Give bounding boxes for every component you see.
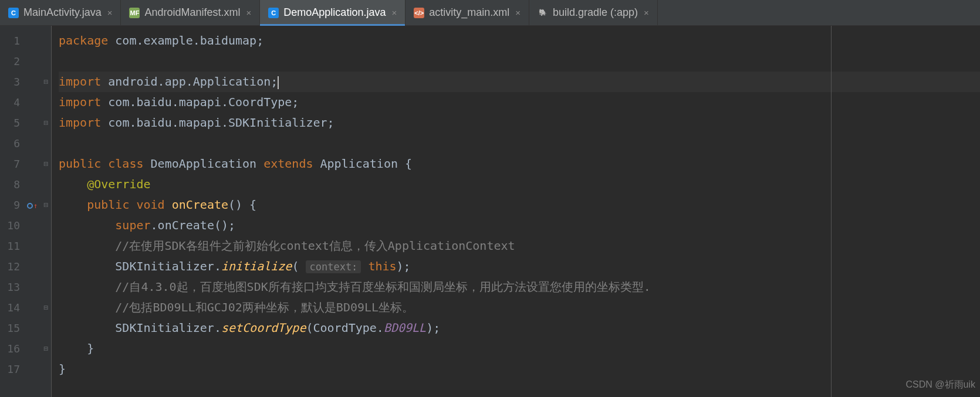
code-line-12[interactable]: SDKInitializer.initialize( context: this…	[59, 256, 980, 277]
line-number[interactable]: 15	[0, 318, 20, 338]
method-call: setCoordType	[221, 321, 306, 335]
editor-tab-3[interactable]: </>activity_main.xml×	[405, 0, 529, 25]
line-number[interactable]: 10	[0, 215, 20, 236]
code-line-2[interactable]	[59, 51, 980, 72]
fold-toggle[interactable]: ⊟	[41, 72, 51, 92]
code-area[interactable]: package com.example.baidumap; import and…	[52, 26, 980, 397]
code-line-8[interactable]: @Override	[59, 174, 980, 195]
qualifier: SDKInitializer.	[115, 259, 221, 273]
tab-label: DemoApplication.java	[283, 6, 386, 19]
code-line-10[interactable]: super.onCreate();	[59, 215, 980, 236]
tab-label: MainActivity.java	[23, 6, 102, 19]
code-line-14[interactable]: //包括BD09LL和GCJ02两种坐标，默认是BD09LL坐标。	[59, 297, 980, 318]
fold-gutter-row	[41, 236, 51, 256]
fold-toggle[interactable]: ⊟	[41, 154, 51, 174]
line-number[interactable]: 16	[0, 338, 20, 359]
fold-gutter-row	[41, 92, 51, 113]
code-line-15[interactable]: SDKInitializer.setCoordType(CoordType.BD…	[59, 318, 980, 338]
gutter-annotation-row	[23, 318, 41, 338]
line-number[interactable]: 2	[0, 51, 20, 72]
superclass: Application {	[320, 157, 413, 171]
fold-gutter-row	[41, 133, 51, 154]
method-call: initialize	[221, 259, 292, 273]
line-number[interactable]: 6	[0, 133, 20, 154]
method-name: onCreate	[172, 198, 228, 212]
class-name: DemoApplication	[151, 157, 264, 171]
code-line-13[interactable]: //自4.3.0起，百度地图SDK所有接口均支持百度坐标和国测局坐标，用此方法设…	[59, 277, 980, 297]
code-line-11[interactable]: //在使用SDK各组件之前初始化context信息，传入ApplicationC…	[59, 236, 980, 256]
file-type-icon: 🐘	[538, 8, 548, 18]
fold-toggle[interactable]: ⊟	[41, 113, 51, 133]
fold-toggle[interactable]: ⊟	[41, 297, 51, 318]
code-line-3[interactable]: import android.app.Application;	[59, 72, 980, 92]
code-line-7[interactable]: public class DemoApplication extends App…	[59, 154, 980, 174]
editor-tab-4[interactable]: 🐘build.gradle (:app)×	[529, 0, 658, 25]
editor-tab-1[interactable]: MFAndroidManifest.xml×	[121, 0, 260, 25]
package-name: com.example.baidumap;	[115, 33, 263, 47]
paren: (	[292, 259, 306, 273]
gutter-annotation-row	[23, 30, 41, 51]
file-type-icon: C	[268, 8, 279, 18]
line-number[interactable]: 9	[0, 195, 20, 215]
line-number[interactable]: 3	[0, 72, 20, 92]
gutter-annotation-row	[23, 51, 41, 72]
line-number[interactable]: 5	[0, 113, 20, 133]
line-number[interactable]: 14	[0, 297, 20, 318]
gutter-annotation-row	[23, 236, 41, 256]
keyword-import: import	[59, 95, 108, 109]
fold-gutter-row	[41, 318, 51, 338]
editor-tab-2[interactable]: CDemoApplication.java×	[260, 0, 405, 25]
brace-close: }	[87, 341, 94, 355]
close-icon[interactable]: ×	[644, 8, 649, 18]
line-number[interactable]: 4	[0, 92, 20, 113]
paren: (CoordType.	[306, 321, 383, 335]
editor-tab-0[interactable]: CMainActivity.java×	[0, 0, 121, 25]
file-type-icon: MF	[129, 8, 140, 18]
code-line-5[interactable]: import com.baidu.mapapi.SDKInitializer;	[59, 113, 980, 133]
line-number[interactable]: 8	[0, 174, 20, 195]
line-number[interactable]: 13	[0, 277, 20, 297]
gutter-annotation-row	[23, 297, 41, 318]
override-gutter-icon[interactable]: ↑	[23, 195, 41, 215]
line-number-gutter: 1234567891011121314151617	[0, 26, 23, 397]
keyword-extends: extends	[263, 157, 320, 171]
gutter-annotation-row	[23, 256, 41, 277]
file-type-icon: </>	[414, 8, 424, 18]
line-number[interactable]: 1	[0, 30, 20, 51]
comment: //在使用SDK各组件之前初始化context信息，传入ApplicationC…	[115, 239, 515, 253]
editor-tab-bar: CMainActivity.java×MFAndroidManifest.xml…	[0, 0, 980, 26]
call: .onCreate();	[151, 218, 236, 232]
fold-gutter-row	[41, 30, 51, 51]
fold-gutter-row	[41, 277, 51, 297]
fold-toggle[interactable]: ⊟	[41, 195, 51, 215]
file-type-icon: C	[8, 8, 19, 18]
line-number[interactable]: 17	[0, 359, 20, 379]
code-line-9[interactable]: public void onCreate() {	[59, 195, 980, 215]
qualifier: SDKInitializer.	[115, 321, 221, 335]
enum-constant: BD09LL	[384, 321, 426, 335]
tab-label: build.gradle (:app)	[553, 6, 638, 19]
keyword-package: package	[59, 33, 115, 47]
gutter-annotation-row	[23, 72, 41, 92]
fold-gutter-row	[41, 215, 51, 236]
right-margin-guide	[831, 26, 832, 397]
code-line-4[interactable]: import com.baidu.mapapi.CoordType;	[59, 92, 980, 113]
close-icon[interactable]: ×	[391, 8, 397, 18]
fold-gutter-row	[41, 174, 51, 195]
fold-toggle[interactable]: ⊟	[41, 338, 51, 359]
close-icon[interactable]: ×	[246, 8, 252, 18]
close-icon[interactable]: ×	[107, 8, 113, 18]
gutter-annotation-row	[23, 154, 41, 174]
line-number[interactable]: 7	[0, 154, 20, 174]
close-icon[interactable]: ×	[515, 8, 521, 18]
line-number[interactable]: 12	[0, 256, 20, 277]
text-caret	[278, 76, 279, 89]
code-line-16[interactable]: }	[59, 338, 980, 359]
fold-gutter-row	[41, 51, 51, 72]
code-line-17[interactable]: }	[59, 359, 980, 379]
line-number[interactable]: 11	[0, 236, 20, 256]
gutter-annotation-row	[23, 113, 41, 133]
keyword-public-void: public void	[87, 198, 172, 212]
code-line-1[interactable]: package com.example.baidumap;	[59, 30, 980, 51]
code-line-6[interactable]	[59, 133, 980, 154]
